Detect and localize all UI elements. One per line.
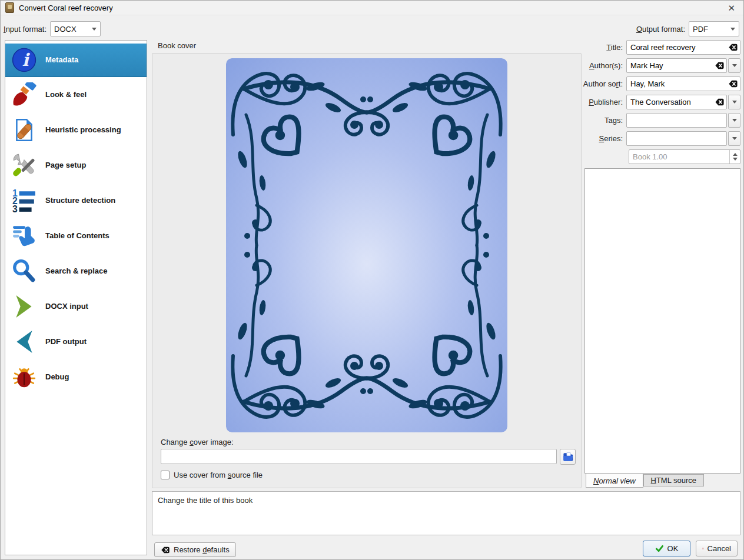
output-format-label: Output format: (636, 25, 685, 34)
clear-publisher-icon[interactable] (715, 97, 725, 107)
status-text: Change the title of this book (158, 496, 253, 505)
tab-html-source[interactable]: HTML source (643, 474, 705, 486)
cover-path-input[interactable] (161, 449, 557, 464)
input-format-value: DOCX (54, 25, 87, 34)
publisher-row: Publisher: (583, 95, 740, 109)
close-icon[interactable]: ✕ (724, 2, 739, 14)
tags-label: Tags: (583, 116, 626, 125)
check-icon (655, 544, 664, 553)
app-icon (5, 2, 14, 13)
publisher-dropdown-button[interactable] (728, 95, 740, 109)
chevron-down-icon (732, 64, 737, 67)
series-dropdown-button[interactable] (728, 131, 740, 146)
use-cover-checkbox-row: Use cover from source file (161, 471, 263, 479)
conversion-steps-sidebar: i Metadata Look & feel Heuristic process… (5, 40, 147, 555)
bug-icon (11, 364, 37, 390)
sidebar-item-pdf-output[interactable]: PDF output (5, 324, 147, 359)
sidebar-item-look-feel[interactable]: Look & feel (5, 77, 147, 112)
ok-label: OK (667, 544, 679, 553)
sidebar-item-label: Look & feel (45, 90, 122, 99)
sidebar-item-table-of-contents[interactable]: Table of Contents (5, 218, 147, 254)
authors-dropdown-button[interactable] (728, 58, 740, 73)
chevron-down-icon (92, 28, 97, 31)
book-cover-heading: Book cover (158, 41, 196, 50)
series-index-spinner[interactable]: Book 1.00 (629, 149, 740, 164)
restore-defaults-button[interactable]: Restore defaults (154, 542, 236, 557)
authors-label: Author(s): (583, 61, 626, 70)
author-sort-input[interactable] (626, 76, 740, 91)
sidebar-item-label: Debug (45, 372, 122, 382)
series-input[interactable] (626, 131, 727, 146)
authors-input[interactable] (626, 58, 727, 73)
chevron-down-icon (730, 28, 735, 31)
sidebar-item-page-setup[interactable]: Page setup (5, 148, 147, 183)
chevron-left-icon (11, 329, 37, 355)
author-sort-label: Author sort: (583, 79, 626, 88)
sidebar-item-label: Structure detection (45, 196, 122, 205)
ok-button[interactable]: OK (643, 541, 690, 556)
sidebar-item-label: DOCX input (45, 302, 122, 311)
browse-cover-button[interactable] (560, 449, 576, 465)
svg-text:3: 3 (12, 204, 18, 213)
sidebar-item-label: Heuristic processing (45, 125, 122, 135)
author-sort-row: Author sort: (583, 76, 740, 91)
clear-authors-icon[interactable] (715, 61, 725, 71)
sidebar-item-label: Table of Contents (45, 231, 122, 241)
cancel-button[interactable]: Cancel (696, 541, 738, 556)
comments-editor[interactable] (584, 168, 740, 474)
chevron-down-icon (732, 101, 737, 104)
output-format-row: Output format: PDF (636, 21, 739, 36)
clear-author-sort-icon[interactable] (728, 79, 738, 89)
tags-dropdown-button[interactable] (728, 113, 740, 128)
output-format-value: PDF (693, 25, 726, 34)
publisher-input[interactable] (626, 95, 727, 109)
series-index-value: Book 1.00 (629, 152, 729, 161)
sidebar-item-label: Metadata (45, 55, 122, 65)
spin-down-icon[interactable] (733, 158, 738, 161)
sidebar-item-label: Page setup (45, 161, 122, 170)
restore-defaults-label: Restore defaults (174, 545, 230, 554)
series-row: Series: (583, 131, 740, 146)
tags-input[interactable] (626, 113, 727, 128)
status-message-box: Change the title of this book (152, 491, 740, 535)
window-title: Convert Coral reef recovery (19, 4, 113, 12)
convert-dialog: Convert Coral reef recovery ✕ Input form… (0, 0, 744, 560)
title-bar: Convert Coral reef recovery ✕ (1, 1, 743, 15)
sidebar-item-label: PDF output (45, 337, 122, 346)
sidebar-item-search-replace[interactable]: Search & replace (5, 254, 147, 289)
series-label: Series: (583, 134, 626, 143)
tab-normal-view[interactable]: Normal view (586, 474, 643, 488)
cancel-label: Cancel (708, 544, 731, 553)
sidebar-item-structure-detection[interactable]: 123 Structure detection (5, 183, 147, 218)
spinner-buttons[interactable] (729, 150, 740, 164)
document-bandaid-icon (11, 117, 37, 143)
clear-title-icon[interactable] (728, 42, 738, 52)
publisher-label: Publisher: (583, 98, 626, 106)
title-input[interactable] (626, 40, 740, 55)
sidebar-item-heuristic-processing[interactable]: Heuristic processing (5, 112, 147, 148)
folder-icon (562, 451, 573, 462)
output-format-select[interactable]: PDF (689, 21, 739, 36)
sidebar-item-debug[interactable]: Debug (5, 359, 147, 395)
chevron-down-icon (732, 119, 737, 122)
authors-row: Author(s): (583, 58, 740, 73)
input-format-select[interactable]: DOCX (50, 21, 101, 36)
paintbrush-icon (11, 82, 37, 108)
x-icon (702, 545, 704, 552)
sidebar-item-metadata[interactable]: i Metadata (5, 44, 147, 77)
use-cover-label: Use cover from source file (174, 471, 263, 479)
sidebar-item-docx-input[interactable]: DOCX input (5, 289, 147, 324)
title-row: Title: (583, 40, 740, 55)
comments-view-tabs: Normal view HTML source (586, 474, 704, 488)
tags-row: Tags: (583, 113, 740, 128)
spin-up-icon[interactable] (733, 153, 738, 156)
tools-icon (11, 152, 37, 178)
input-format-row: Input format: DOCX (4, 21, 101, 36)
use-cover-checkbox[interactable] (161, 471, 170, 479)
numbered-list-icon: 123 (11, 188, 37, 214)
clear-icon (161, 545, 170, 555)
input-format-label: Input format: (4, 25, 46, 34)
sidebar-item-label: Search & replace (45, 266, 122, 276)
toc-hand-icon (11, 223, 37, 249)
title-label: Title: (583, 43, 626, 52)
